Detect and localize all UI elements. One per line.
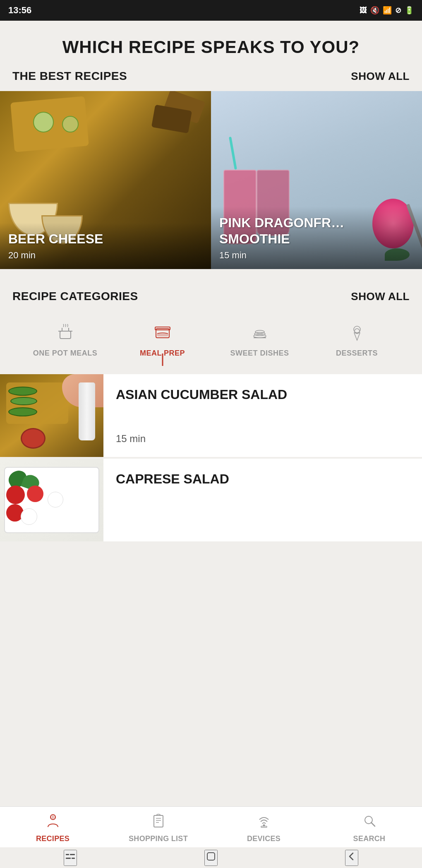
svg-line-25 [371, 822, 375, 826]
status-icons: 🖼 🔇 📶 ⊘ 🔋 [360, 6, 414, 15]
status-time: 13:56 [8, 5, 31, 16]
system-navigation [0, 847, 422, 868]
best-recipes-title: THE BEST RECIPES [12, 70, 127, 83]
system-menu-button[interactable] [64, 850, 77, 866]
wifi-icon: 📶 [383, 6, 392, 15]
recipe-cards-row: BEER CHEESE 20 min PINK DRAGONFR… SMOO [0, 91, 422, 269]
categories-header: RECIPE CATEGORIES SHOW ALL [12, 290, 410, 303]
system-home-button[interactable] [204, 850, 218, 866]
svg-rect-29 [72, 858, 75, 859]
system-back-button[interactable] [345, 850, 358, 866]
nav-item-recipes[interactable]: RECIPES [0, 813, 106, 843]
tab-desserts[interactable]: DESSERTS [308, 320, 405, 362]
categories-show-all[interactable]: SHOW ALL [351, 290, 410, 303]
smoothie-info: PINK DRAGONFR… SMOOTHIE 15 min [211, 207, 422, 269]
svg-rect-30 [207, 853, 215, 860]
best-recipes-header: THE BEST RECIPES SHOW ALL [0, 65, 422, 91]
svg-rect-6 [157, 334, 168, 336]
tab-meal-prep[interactable]: MEAL PREP [114, 320, 211, 362]
page-title-container: WHICH RECIPE SPEAKS TO YOU? [0, 21, 422, 65]
beer-cheese-time: 20 min [8, 250, 203, 261]
recipe-card-smoothie[interactable]: PINK DRAGONFR… SMOOTHIE 15 min [211, 91, 422, 269]
category-tabs: ONE POT MEALS MEAL PREP [12, 315, 410, 362]
svg-rect-23 [261, 826, 267, 827]
no-signal-icon: ⊘ [395, 6, 401, 15]
one-pot-meals-icon [57, 324, 74, 345]
recipe-card-beer-cheese[interactable]: BEER CHEESE 20 min [0, 91, 211, 269]
best-recipes-show-all[interactable]: SHOW ALL [351, 70, 410, 83]
recipe-item-caprese-salad[interactable]: CAPRESE SALAD [0, 459, 422, 541]
status-bar: 13:56 🖼 🔇 📶 ⊘ 🔋 [0, 0, 422, 21]
svg-rect-26 [66, 854, 69, 855]
categories-title: RECIPE CATEGORIES [12, 290, 138, 303]
caprese-salad-content: CAPRESE SALAD [103, 459, 422, 541]
recipes-label: RECIPES [36, 834, 70, 843]
asian-cucumber-salad-name: ASIAN CUCUMBER SALAD [116, 387, 410, 402]
recipe-list: ASIAN CUCUMBER SALAD 15 min [0, 374, 422, 541]
search-icon [362, 813, 377, 832]
recipe-categories-section: RECIPE CATEGORIES SHOW ALL [0, 269, 422, 370]
sweet-dishes-label: SWEET DISHES [230, 349, 289, 358]
caprese-salad-name: CAPRESE SALAD [116, 471, 410, 487]
asian-cucumber-salad-content: ASIAN CUCUMBER SALAD 15 min [103, 374, 422, 457]
nav-item-shopping-list[interactable]: SHOPPING LIST [106, 813, 211, 843]
one-pot-meals-label: ONE POT MEALS [33, 349, 98, 358]
devices-label: DEVICES [247, 834, 281, 843]
bottom-navigation: RECIPES SHOPPING LIST [0, 806, 422, 847]
meal-prep-icon [154, 324, 171, 345]
devices-icon [256, 813, 272, 832]
svg-rect-28 [66, 858, 71, 859]
smoothie-time: 15 min [219, 250, 414, 261]
desserts-icon [348, 324, 366, 345]
battery-icon: 🔋 [405, 6, 414, 15]
tab-sweet-dishes[interactable]: SWEET DISHES [211, 320, 308, 362]
tab-active-indicator [162, 353, 163, 366]
smoothie-name: PINK DRAGONFR… SMOOTHIE [219, 215, 414, 247]
svg-rect-18 [154, 815, 163, 827]
svg-point-9 [255, 330, 264, 334]
svg-rect-0 [60, 331, 71, 339]
caprese-salad-thumbnail [0, 459, 103, 541]
main-content: WHICH RECIPE SPEAKS TO YOU? THE BEST REC… [0, 21, 422, 609]
nav-item-search[interactable]: SEARCH [316, 813, 422, 843]
page-title: WHICH RECIPE SPEAKS TO YOU? [12, 37, 410, 57]
beer-cheese-info: BEER CHEESE 20 min [0, 223, 211, 269]
photo-icon: 🖼 [360, 6, 367, 15]
asian-cucumber-salad-time: 15 min [116, 433, 410, 445]
sweet-dishes-icon [251, 324, 269, 345]
nav-item-devices[interactable]: DEVICES [211, 813, 316, 843]
tab-one-pot-meals[interactable]: ONE POT MEALS [17, 320, 114, 362]
asian-cucumber-salad-thumbnail [0, 374, 103, 457]
shopping-list-label: SHOPPING LIST [129, 834, 188, 843]
beer-cheese-name: BEER CHEESE [8, 231, 203, 247]
shopping-list-icon [151, 813, 166, 832]
desserts-label: DESSERTS [336, 349, 378, 358]
recipes-icon [45, 813, 61, 832]
mute-icon: 🔇 [370, 6, 379, 15]
svg-rect-27 [70, 854, 75, 855]
search-label: SEARCH [353, 834, 386, 843]
recipe-item-asian-cucumber-salad[interactable]: ASIAN CUCUMBER SALAD 15 min [0, 374, 422, 457]
